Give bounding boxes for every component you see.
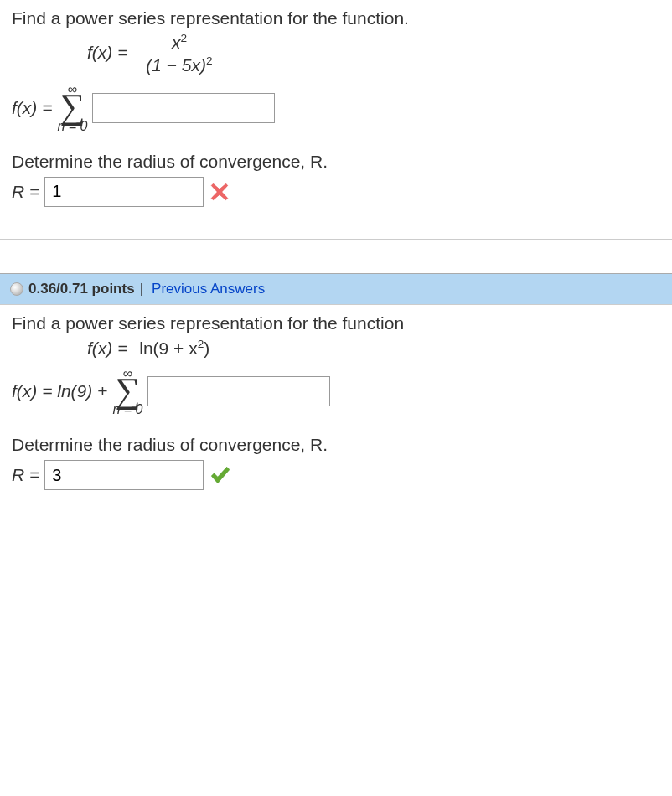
sigma-icon: ∑ [115,377,140,406]
score-points: 0.36/0.71 points [28,281,135,297]
q1-series-input[interactable] [92,93,275,123]
divider [0,239,672,240]
denominator-exp: 2 [206,54,213,67]
sigma-lower: n = 0 [57,120,87,133]
q2-func-rhs: ln(9 + x2) [139,339,209,358]
sigma-notation: ∞ ∑ n = 0 [112,367,142,417]
q1-function-display: f(x) = x2 (1 − 5x)2 [87,34,660,75]
q2-series-input-row: f(x) = ln(9) + ∞ ∑ n = 0 [12,367,660,417]
q2-radius-label: R = [12,465,39,485]
sigma-icon: ∑ [59,93,85,121]
q1-radius-row: R = [12,177,660,207]
numerator-var: x [172,33,181,52]
denominator-text: (1 − 5x) [146,55,206,75]
numerator-exp: 2 [180,32,187,44]
correct-icon [209,464,230,486]
q2-prompt: Find a power series representation for t… [12,313,660,333]
q2-radius-row: R = [12,460,660,490]
q1-prompt: Find a power series representation for t… [12,8,660,28]
q2-radius-input[interactable] [44,460,204,490]
question-1: Find a power series representation for t… [0,0,672,224]
q2-series-input[interactable] [147,376,330,406]
score-separator: | [140,281,143,297]
previous-answers-link[interactable]: Previous Answers [152,281,265,297]
q1-radius-prompt: Determine the radius of convergence, R. [12,152,660,172]
q1-sum-label: f(x) = [12,98,52,118]
q1-fx-label: f(x) = [87,43,127,62]
fraction: x2 (1 − 5x)2 [139,34,219,75]
sigma-notation: ∞ ∑ n = 0 [57,83,87,133]
q2-function-display: f(x) = ln(9 + x2) [87,339,660,359]
q2-fx-label: f(x) = [87,339,127,358]
score-bar: 0.36/0.71 points | Previous Answers [0,273,672,305]
incorrect-icon [209,181,230,203]
q1-radius-input[interactable] [44,177,204,207]
q1-radius-label: R = [12,182,39,202]
status-dot-icon [10,282,23,296]
q2-radius-prompt: Determine the radius of convergence, R. [12,435,660,455]
sigma-lower: n = 0 [112,403,142,416]
question-2: Find a power series representation for t… [0,305,672,508]
q1-series-input-row: f(x) = ∞ ∑ n = 0 [12,83,660,133]
q2-sum-label: f(x) = ln(9) + [12,381,107,401]
